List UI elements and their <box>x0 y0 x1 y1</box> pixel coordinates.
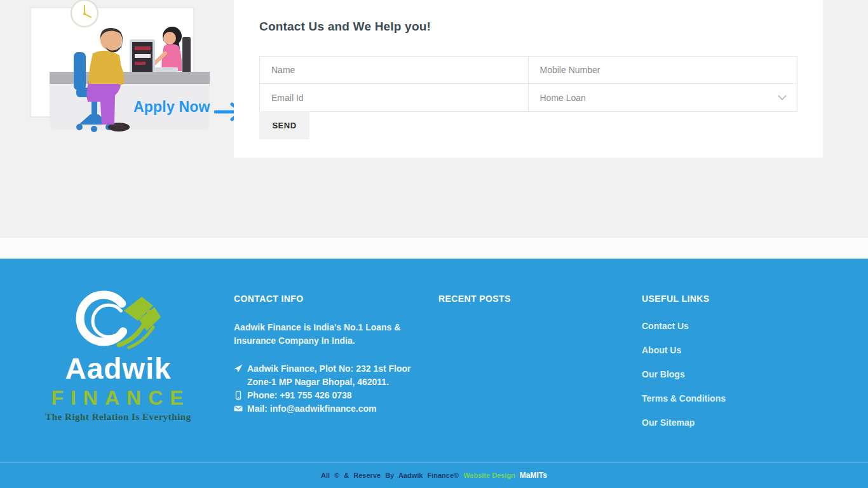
name-cell <box>260 57 529 84</box>
link-our-sitemap[interactable]: Our Sitemap <box>642 417 826 428</box>
section-spacer <box>0 237 868 259</box>
address-block: Aadwik Finance, Plot No: 232 1st Floor Z… <box>234 362 430 416</box>
footer-contact-info: CONTACT INFO Aadwik Finance is India's N… <box>234 294 430 416</box>
apply-now-button[interactable]: Apply Now <box>133 92 245 122</box>
footer-logo-block: Aadwik FINANCE The Right Relation Is Eve… <box>29 287 207 423</box>
logo-tagline: The Right Relation Is Everything <box>29 412 207 423</box>
envelope-icon <box>234 404 243 413</box>
company-description: Aadwik Finance is India's No.1 Loans & I… <box>234 321 430 348</box>
address-line2: Zone-1 MP Nagar Bhopal, 462011. <box>247 376 411 389</box>
mobile-number-input[interactable] <box>529 57 797 83</box>
copyright-bar: All © & Reserve By Aadwik Finance© Websi… <box>0 463 868 488</box>
location-arrow-icon <box>234 364 243 373</box>
apply-now-illustration: Apply Now <box>25 0 229 137</box>
website-design-link[interactable]: Website Design <box>463 471 515 479</box>
top-section: Apply Now Contact Us and We Help you! Ho… <box>0 0 868 237</box>
mail-row: Mail: info@aadwikfinance.com <box>234 402 430 416</box>
footer-useful-links: USEFUL LINKS Contact Us About Us Our Blo… <box>642 294 826 442</box>
address-line1: Aadwik Finance, Plot No: 232 1st Floor <box>247 362 411 376</box>
link-terms-conditions[interactable]: Terms & Conditions <box>642 393 826 403</box>
contact-form: Home Loan <box>259 56 797 112</box>
copyright-text: All © & Reserve By Aadwik Finance© <box>321 471 459 479</box>
contact-form-title: Contact Us and We Help you! <box>259 20 431 34</box>
contact-info-heading: CONTACT INFO <box>234 294 430 304</box>
phone-row: Phone: +91 755 426 0738 <box>234 389 430 402</box>
loan-type-select[interactable]: Home Loan <box>529 84 797 111</box>
address-row: Aadwik Finance, Plot No: 232 1st Floor Z… <box>234 362 430 389</box>
email-input[interactable] <box>260 84 528 111</box>
send-button[interactable]: SEND <box>259 111 309 139</box>
name-input[interactable] <box>260 57 528 83</box>
contact-form-panel: Contact Us and We Help you! Home Loan SE… <box>234 0 823 158</box>
aadwik-finance-logo-icon <box>58 287 179 351</box>
footer: Aadwik FINANCE The Right Relation Is Eve… <box>0 259 868 488</box>
smartphone-icon <box>234 391 243 400</box>
email-cell <box>260 84 529 111</box>
mamits-link[interactable]: MaMITs <box>520 471 547 480</box>
wall-clock-icon <box>71 0 98 27</box>
link-about-us[interactable]: About Us <box>642 345 826 355</box>
mobile-cell <box>529 57 797 84</box>
logo-name: Aadwik <box>29 354 207 383</box>
chevron-down-icon <box>778 95 787 100</box>
footer-recent-posts: RECENT POSTS <box>438 294 629 321</box>
useful-links-list: Contact Us About Us Our Blogs Terms & Co… <box>642 321 826 428</box>
logo-word: FINANCE <box>29 386 207 410</box>
loan-type-selected-value: Home Loan <box>540 93 586 103</box>
recent-posts-heading: RECENT POSTS <box>438 294 629 304</box>
link-contact-us[interactable]: Contact Us <box>642 321 826 331</box>
link-our-blogs[interactable]: Our Blogs <box>642 369 826 379</box>
apply-now-label: Apply Now <box>133 98 210 116</box>
office-chair-dark <box>182 37 191 75</box>
useful-links-heading: USEFUL LINKS <box>642 294 826 304</box>
phone-text: Phone: +91 755 426 0738 <box>247 389 352 402</box>
mail-text: Mail: info@aadwikfinance.com <box>247 402 376 416</box>
